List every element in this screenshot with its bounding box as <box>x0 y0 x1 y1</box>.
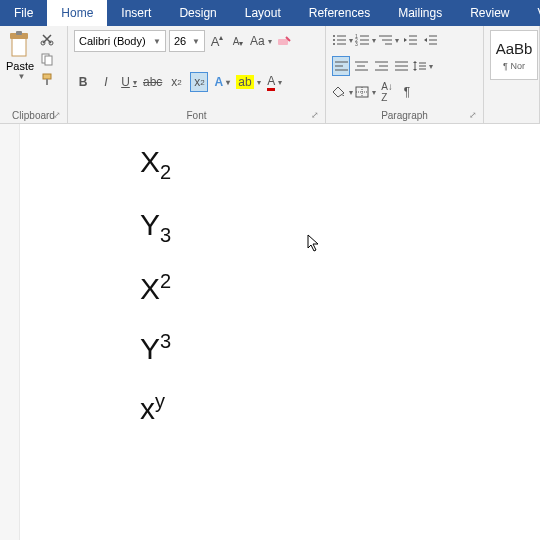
font-label: Font⤢ <box>74 110 319 121</box>
doc-line-5: xy <box>140 388 540 428</box>
paragraph-launcher-icon[interactable]: ⤢ <box>467 109 479 121</box>
tab-home[interactable]: Home <box>47 0 107 26</box>
decrease-indent-button[interactable] <box>401 30 419 50</box>
vertical-ruler[interactable] <box>0 124 20 540</box>
change-case-button[interactable]: Aa▾ <box>250 31 272 51</box>
style-normal[interactable]: AaBb ¶ Nor <box>490 30 538 80</box>
paste-button[interactable]: Paste ▼ <box>6 30 34 88</box>
superscript-button[interactable]: x2 <box>190 72 208 92</box>
shrink-font-button[interactable]: A▾ <box>229 31 247 51</box>
svg-rect-9 <box>278 39 288 45</box>
tab-design[interactable]: Design <box>165 0 230 26</box>
ribbon: Paste ▼ Clipboard⤢ Calibri (Body)▼ 26▼ A… <box>0 26 540 124</box>
borders-button[interactable]: ▾ <box>355 82 376 102</box>
sort-button[interactable]: A↓Z <box>378 82 396 102</box>
italic-button[interactable]: I <box>97 72 115 92</box>
document-area: X2 Y3 X2 Y3 xy <box>0 124 540 540</box>
font-size-combo[interactable]: 26▼ <box>169 30 205 52</box>
doc-line-3: X2 <box>140 268 540 308</box>
svg-rect-8 <box>46 79 48 85</box>
justify-button[interactable] <box>392 56 410 76</box>
group-paragraph: ▾ 123▾ ▾ ▾ ▾ ▾ A↓Z ¶ Paragraph⤢ <box>326 26 484 123</box>
text-effects-button[interactable]: A▾ <box>213 72 231 92</box>
subscript-button[interactable]: x2 <box>167 72 185 92</box>
paste-icon <box>7 30 33 60</box>
font-name-combo[interactable]: Calibri (Body)▼ <box>74 30 166 52</box>
svg-rect-2 <box>16 31 22 35</box>
tab-bar: File Home Insert Design Layout Reference… <box>0 0 540 26</box>
bold-button[interactable]: B <box>74 72 92 92</box>
show-marks-button[interactable]: ¶ <box>398 82 416 102</box>
tab-references[interactable]: References <box>295 0 384 26</box>
align-right-button[interactable] <box>372 56 390 76</box>
paste-dropdown-icon: ▼ <box>18 72 26 81</box>
doc-line-4: Y3 <box>140 328 540 368</box>
svg-point-14 <box>333 43 335 45</box>
doc-line-1: X2 <box>140 142 540 185</box>
svg-rect-6 <box>45 56 52 65</box>
multilevel-list-button[interactable]: ▾ <box>378 30 399 50</box>
page[interactable]: X2 Y3 X2 Y3 xy <box>20 124 540 540</box>
shading-button[interactable]: ▾ <box>332 82 353 102</box>
group-clipboard: Paste ▼ Clipboard⤢ <box>0 26 68 123</box>
tab-file[interactable]: File <box>0 0 47 26</box>
group-styles: AaBb ¶ Nor <box>484 26 540 123</box>
tab-insert[interactable]: Insert <box>107 0 165 26</box>
increase-indent-button[interactable] <box>421 30 439 50</box>
clipboard-launcher-icon[interactable]: ⤢ <box>51 109 63 121</box>
svg-point-12 <box>333 39 335 41</box>
tab-review[interactable]: Review <box>456 0 523 26</box>
group-font: Calibri (Body)▼ 26▼ A▴ A▾ Aa▾ B I U▾ abc… <box>68 26 326 123</box>
clipboard-label: Clipboard⤢ <box>6 110 61 121</box>
font-color-button[interactable]: A▾ <box>266 72 284 92</box>
strikethrough-button[interactable]: abc <box>143 72 162 92</box>
cut-icon[interactable] <box>38 30 56 48</box>
tab-mailings[interactable]: Mailings <box>384 0 456 26</box>
font-launcher-icon[interactable]: ⤢ <box>309 109 321 121</box>
paragraph-label: Paragraph⤢ <box>332 110 477 121</box>
doc-line-2: Y3 <box>140 205 540 248</box>
numbering-button[interactable]: 123▾ <box>355 30 376 50</box>
bullets-button[interactable]: ▾ <box>332 30 353 50</box>
align-left-button[interactable] <box>332 56 350 76</box>
copy-icon[interactable] <box>38 50 56 68</box>
underline-button[interactable]: U▾ <box>120 72 138 92</box>
tab-layout[interactable]: Layout <box>231 0 295 26</box>
align-center-button[interactable] <box>352 56 370 76</box>
format-painter-icon[interactable] <box>38 70 56 88</box>
line-spacing-button[interactable]: ▾ <box>412 56 433 76</box>
clear-formatting-icon[interactable] <box>275 31 293 51</box>
highlight-button[interactable]: ab▾ <box>236 72 260 92</box>
svg-text:3: 3 <box>355 41 358 46</box>
svg-point-10 <box>333 35 335 37</box>
paste-label: Paste <box>6 60 34 72</box>
tab-view[interactable]: Vi <box>524 0 540 26</box>
svg-rect-7 <box>43 74 51 79</box>
grow-font-button[interactable]: A▴ <box>208 31 226 51</box>
